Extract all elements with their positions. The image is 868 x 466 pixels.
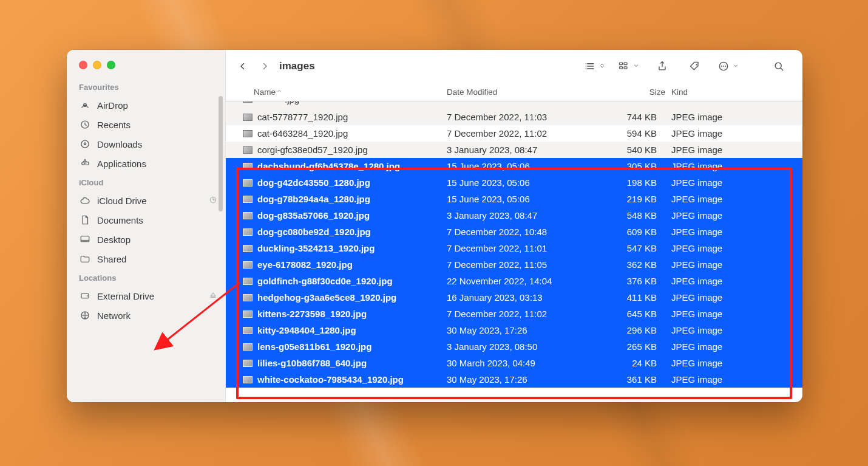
- column-header-kind[interactable]: Kind: [665, 87, 802, 97]
- file-name: dog-g78b294a4a_1280.jpg: [257, 194, 370, 204]
- file-row[interactable]: duckling-3524213_1920.jpg7 December 2022…: [226, 240, 802, 256]
- file-name: hedgehog-g3aa6e5ce8_1920.jpg: [257, 292, 396, 303]
- file-name: kitty-2948404_1280.jpg: [257, 325, 356, 335]
- sidebar-item-label: AirDrop: [97, 100, 128, 111]
- file-thumbnail-icon: [243, 163, 253, 170]
- desktop-icon: [79, 233, 91, 245]
- sidebar-scrollbar[interactable]: [219, 96, 223, 211]
- file-kind: JPEG image: [665, 358, 802, 368]
- file-row[interactable]: dog-g42dc43550_1280.jpg15 June 2023, 05:…: [226, 174, 802, 191]
- sidebar-item-label: Applications: [97, 159, 146, 169]
- sidebar-section-locations: Locations: [67, 269, 225, 286]
- sidebar-section-icloud: iCloud: [67, 173, 225, 191]
- file-row[interactable]: corgi-gfc38e0d57_1920.jpg3 January 2023,…: [226, 142, 802, 158]
- file-thumbnail-icon: [243, 278, 253, 285]
- sidebar: Favourites AirDrop Recents Downloads App…: [67, 50, 226, 402]
- file-row[interactable]: cat-6463284_1920.jpg7 December 2022, 11:…: [226, 125, 802, 142]
- file-date: 7 December 2022, 11:02: [447, 128, 586, 139]
- column-header-name[interactable]: Name: [254, 87, 447, 97]
- file-size: 744 KB: [586, 112, 665, 122]
- sidebar-item-label: External Drive: [97, 291, 154, 301]
- file-name: duckling-3524213_1920.jpg: [257, 243, 375, 253]
- file-name: ———.jpg: [257, 101, 299, 105]
- tags-button[interactable]: [685, 56, 705, 77]
- file-kind: JPEG image: [665, 194, 802, 204]
- file-kind: JPEG image: [665, 243, 802, 253]
- search-button[interactable]: [768, 56, 789, 77]
- file-thumbnail-icon: [243, 130, 253, 137]
- file-size: 219 KB: [586, 194, 665, 204]
- pie-icon: [208, 195, 218, 207]
- column-header-label: Size: [649, 87, 665, 97]
- file-row[interactable]: lilies-g10b86f788_640.jpg30 March 2023, …: [226, 355, 802, 371]
- file-row[interactable]: kitty-2948404_1280.jpg30 May 2023, 17:26…: [226, 322, 802, 338]
- file-size: 540 KB: [586, 145, 665, 155]
- file-name: lens-g05e811b61_1920.jpg: [257, 341, 371, 352]
- file-thumbnail-icon: [243, 101, 253, 103]
- sidebar-item-documents[interactable]: Documents: [67, 210, 225, 230]
- nav-back-button[interactable]: [232, 61, 254, 72]
- sidebar-item-label: Desktop: [97, 235, 131, 245]
- file-name: corgi-gfc38e0d57_1920.jpg: [257, 145, 368, 155]
- file-row[interactable]: dog-g78b294a4a_1280.jpg15 June 2023, 05:…: [226, 191, 802, 207]
- file-date: 7 December 2022, 11:02: [447, 309, 586, 319]
- zoom-button[interactable]: [107, 61, 115, 69]
- eject-icon[interactable]: [208, 290, 218, 302]
- file-row[interactable]: dachshund-gf6b45378e_1280.jpg15 June 202…: [226, 158, 802, 174]
- file-thumbnail-icon: [243, 294, 253, 301]
- sidebar-item-airdrop[interactable]: AirDrop: [67, 95, 225, 115]
- file-date: 7 December 2022, 11:01: [447, 243, 586, 253]
- file-row[interactable]: dog-g835a57066_1920.jpg3 January 2023, 0…: [226, 207, 802, 224]
- file-kind: JPEG image: [665, 210, 802, 221]
- column-header-label: Date Modified: [447, 87, 497, 97]
- file-row[interactable]: hedgehog-g3aa6e5ce8_1920.jpg16 January 2…: [226, 289, 802, 306]
- file-row[interactable]: white-cockatoo-7985434_1920.jpg30 May 20…: [226, 371, 802, 388]
- more-actions-button[interactable]: [717, 56, 739, 77]
- sidebar-item-label: Recents: [97, 120, 131, 130]
- file-row[interactable]: dog-gc080be92d_1920.jpg7 December 2022, …: [226, 224, 802, 240]
- nav-forward-button[interactable]: [254, 61, 276, 72]
- file-name: goldfinch-g88f30cd0e_1920.jpg: [257, 276, 393, 286]
- column-header-date[interactable]: Date Modified: [447, 87, 586, 97]
- close-button[interactable]: [79, 61, 87, 69]
- file-date: 3 January 2023, 08:47: [447, 210, 586, 221]
- file-list[interactable]: ———.jpg cat-5778777_1920.jpg7 December 2…: [226, 101, 802, 402]
- sidebar-item-desktop[interactable]: Desktop: [67, 230, 225, 249]
- file-thumbnail-icon: [243, 212, 253, 219]
- file-row[interactable]: eye-6178082_1920.jpg7 December 2022, 11:…: [226, 256, 802, 273]
- sidebar-item-external-drive[interactable]: External Drive: [67, 286, 225, 306]
- file-kind: JPEG image: [665, 325, 802, 335]
- sidebar-item-applications[interactable]: Applications: [67, 154, 225, 173]
- view-mode-button[interactable]: [584, 56, 606, 77]
- file-row[interactable]: ———.jpg: [226, 101, 802, 109]
- sidebar-item-recents[interactable]: Recents: [67, 115, 225, 134]
- file-row[interactable]: lens-g05e811b61_1920.jpg3 January 2023, …: [226, 338, 802, 355]
- external-disk-icon: [79, 290, 91, 302]
- sidebar-item-shared[interactable]: Shared: [67, 249, 225, 269]
- file-date: 3 January 2023, 08:47: [447, 145, 586, 155]
- file-thumbnail-icon: [243, 114, 253, 121]
- file-kind: JPEG image: [665, 161, 802, 171]
- file-size: 265 KB: [586, 341, 665, 352]
- file-row[interactable]: cat-5778777_1920.jpg7 December 2022, 11:…: [226, 109, 802, 125]
- file-size: 24 KB: [586, 358, 665, 368]
- group-by-button[interactable]: [618, 56, 640, 77]
- file-size: 361 KB: [586, 374, 665, 385]
- sidebar-item-network[interactable]: Network: [67, 306, 225, 325]
- sidebar-item-icloud-drive[interactable]: iCloud Drive: [67, 191, 225, 210]
- file-size: 376 KB: [586, 276, 665, 286]
- file-thumbnail-icon: [243, 343, 253, 351]
- file-date: 7 December 2022, 11:03: [447, 112, 586, 122]
- file-name: cat-6463284_1920.jpg: [257, 128, 348, 139]
- file-size: 411 KB: [586, 292, 665, 303]
- minimize-button[interactable]: [93, 61, 101, 69]
- file-name: kittens-2273598_1920.jpg: [257, 309, 367, 319]
- file-row[interactable]: goldfinch-g88f30cd0e_1920.jpg22 November…: [226, 273, 802, 289]
- sidebar-item-downloads[interactable]: Downloads: [67, 134, 225, 154]
- file-size: 362 KB: [586, 259, 665, 270]
- file-row[interactable]: kittens-2273598_1920.jpg7 December 2022,…: [226, 306, 802, 322]
- file-size: 609 KB: [586, 227, 665, 237]
- file-date: 15 June 2023, 05:06: [447, 194, 586, 204]
- share-button[interactable]: [652, 56, 673, 77]
- column-header-size[interactable]: Size: [586, 87, 665, 97]
